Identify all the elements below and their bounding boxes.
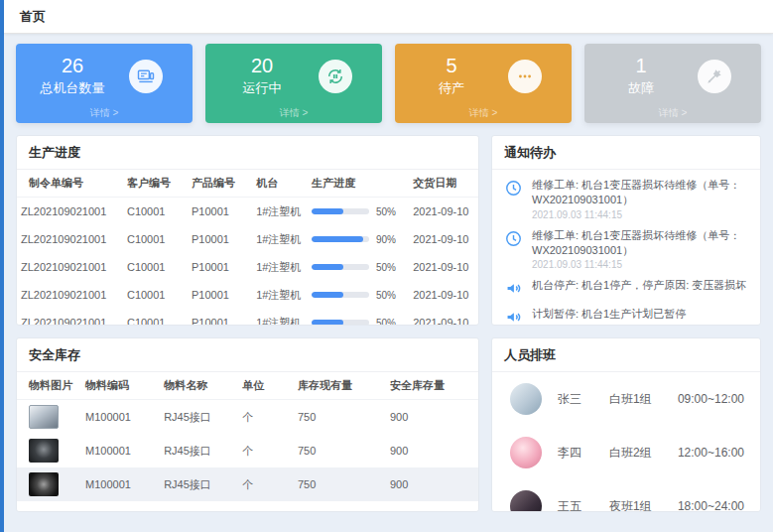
- notification-time: 2021.09.03 11:44:15: [532, 324, 686, 325]
- delivery-date-cell: 2021-09-10: [409, 281, 478, 309]
- safety-inventory-panel: 安全库存 物料图片 物料编码 物料名称 单位: [16, 337, 479, 512]
- notification-time: 2021.09.03 11:44:15: [532, 259, 748, 270]
- safety-stock-cell: 900: [386, 434, 478, 467]
- clock-icon: [504, 229, 524, 249]
- notifications-panel: 通知待办 维修工单: 机台1变压器损坏待维修（单号：WX202109031001…: [491, 135, 761, 326]
- unit-cell: 个: [238, 434, 294, 467]
- machine-cell: 1#注塑机: [252, 225, 308, 253]
- fault-detail-link[interactable]: 详情 >: [584, 106, 761, 120]
- unit-cell: 个: [238, 400, 294, 435]
- shift-time: 09:00~12:00: [678, 392, 744, 406]
- shift-label: 夜班1组: [609, 498, 678, 512]
- product-no-cell: P10001: [188, 281, 252, 309]
- page-header: 首页: [4, 0, 773, 34]
- safety-stock-cell: 900: [386, 467, 478, 501]
- customer-no-cell: C10001: [123, 198, 188, 226]
- stat-card-text: 5 待产: [395, 55, 508, 97]
- product-no-cell: P10001: [188, 198, 252, 226]
- stat-card-total-machines: 26 总机台数量 详情 >: [16, 44, 193, 123]
- order-no-cell: ZL202109021001: [17, 253, 123, 281]
- product-no-cell: P10001: [188, 225, 252, 253]
- col-product-no: 产品编号: [188, 170, 252, 198]
- avatar: [510, 383, 542, 415]
- notification-item[interactable]: 维修工单: 机台1变压器损坏待维修（单号：WX202109031001） 202…: [504, 228, 748, 271]
- col-customer-no: 客户编号: [123, 170, 188, 198]
- personnel-schedule-title: 人员排班: [492, 338, 760, 372]
- progress-percent: 50%: [376, 262, 396, 273]
- shift-label: 白班1组: [609, 391, 678, 408]
- product-no-cell: P10001: [188, 253, 252, 281]
- order-no-cell: ZL202109021001: [17, 281, 123, 309]
- schedule-item: 王五 夜班1组 18:00~24:00: [492, 479, 760, 511]
- machine-cell: 1#注塑机: [252, 281, 308, 309]
- person-name: 李四: [558, 445, 609, 462]
- progress-bar: [312, 236, 369, 242]
- notifications-list: 维修工单: 机台1变压器损坏待维修（单号：WX202109031001） 202…: [492, 170, 760, 325]
- notification-item[interactable]: 机台停产: 机台1停产，停产原因: 变压器损坏: [504, 278, 748, 299]
- delivery-date-cell: 2021-09-10: [409, 309, 478, 325]
- stat-card-main: 1 故障: [584, 55, 761, 97]
- progress-bar: [312, 320, 369, 325]
- order-no-cell: ZL202109021001: [17, 309, 123, 325]
- notification-content: 机台停产: 机台1停产，停产原因: 变压器损坏: [532, 278, 746, 299]
- machine-icon: [129, 60, 163, 93]
- material-image-cell: [17, 467, 81, 501]
- progress-bar: [312, 292, 369, 298]
- stat-card-waiting: 5 待产 详情 >: [395, 44, 572, 123]
- col-safety-stock: 安全库存量: [386, 372, 478, 400]
- col-material-name: 物料名称: [160, 372, 238, 400]
- table-row: ZL202109021001 C10001 P10001 1#注塑机 50%: [17, 253, 478, 281]
- running-icon: [319, 60, 352, 93]
- material-code-cell: M100001: [81, 434, 160, 467]
- production-progress-table: 制令单编号 客户编号 产品编号 机台 生产进度 交货日期 ZL202109021…: [17, 170, 478, 325]
- table-row: ZL202109021001 C10001 P10001 1#注塑机 50%: [17, 281, 478, 309]
- material-code-cell: M100001: [81, 400, 160, 435]
- personnel-schedule-panel: 人员排班 张三 白班1组 09:00~12:00 李四 白班2组 12:00~1…: [491, 337, 761, 512]
- table-row: M100001 RJ45接口 个 750 900: [17, 467, 478, 501]
- page-title: 首页: [20, 8, 46, 26]
- shift-time: 12:00~16:00: [678, 446, 744, 460]
- col-order-no: 制令单编号: [17, 170, 123, 198]
- progress-cell: 50%: [308, 198, 409, 226]
- waiting-detail-link[interactable]: 详情 >: [395, 106, 572, 120]
- dashboard-content: 26 总机台数量 详情 >: [4, 34, 773, 532]
- progress-bar: [312, 264, 369, 270]
- col-material-image: 物料图片: [17, 372, 81, 400]
- notifications-title: 通知待办: [492, 136, 760, 170]
- notification-item[interactable]: 维修工单: 机台1变压器损坏待维修（单号：WX202109031001） 202…: [504, 178, 748, 220]
- safety-inventory-title: 安全库存: [17, 338, 478, 372]
- stat-card-main: 26 总机台数量: [16, 55, 193, 97]
- personnel-schedule-list: 张三 白班1组 09:00~12:00 李四 白班2组 12:00~16:00 …: [492, 372, 760, 511]
- stat-card-main: 5 待产: [395, 55, 572, 97]
- progress-percent: 50%: [376, 318, 396, 326]
- safety-inventory-table: 物料图片 物料编码 物料名称 单位 库存现有量 安全库存量 M: [17, 372, 478, 501]
- material-image-cell: [17, 434, 81, 467]
- shift-label: 白班2组: [609, 445, 678, 462]
- notification-text: 维修工单: 机台1变压器损坏待维修（单号：WX202109031001）: [532, 178, 748, 207]
- round-connector-image: [29, 439, 59, 463]
- material-name-cell: RJ45接口: [160, 434, 238, 467]
- progress-cell: 50%: [308, 309, 409, 325]
- clock-icon: [504, 179, 524, 199]
- avatar: [510, 437, 542, 468]
- progress-cell: 50%: [308, 253, 409, 281]
- notification-item[interactable]: 计划暂停: 机台1生产计划已暂停 2021.09.03 11:44:15: [504, 307, 748, 325]
- panels-grid: 生产进度 制令单编号 客户编号 产品编号 机台: [16, 135, 761, 512]
- progress-cell: 90%: [308, 225, 409, 253]
- running-detail-link[interactable]: 详情 >: [205, 106, 382, 120]
- col-unit: 单位: [238, 372, 294, 400]
- schedule-item: 李四 白班2组 12:00~16:00: [492, 426, 760, 479]
- table-row: ZL202109021001 C10001 P10001 1#注塑机 90%: [17, 225, 478, 253]
- stat-card-text: 20 运行中: [205, 55, 319, 97]
- avatar: [510, 490, 542, 511]
- production-progress-panel: 生产进度 制令单编号 客户编号 产品编号 机台: [16, 135, 479, 326]
- notification-time: 2021.09.03 11:44:15: [532, 209, 748, 220]
- speaker-icon: [504, 279, 524, 299]
- total-machines-value: 26: [16, 55, 129, 77]
- notification-text: 计划暂停: 机台1生产计划已暂停: [532, 307, 686, 322]
- fault-label: 故障: [584, 79, 698, 97]
- product-no-cell: P10001: [188, 309, 252, 325]
- progress-percent: 50%: [376, 206, 396, 217]
- total-machines-detail-link[interactable]: 详情 >: [16, 106, 193, 120]
- customer-no-cell: C10001: [123, 225, 188, 253]
